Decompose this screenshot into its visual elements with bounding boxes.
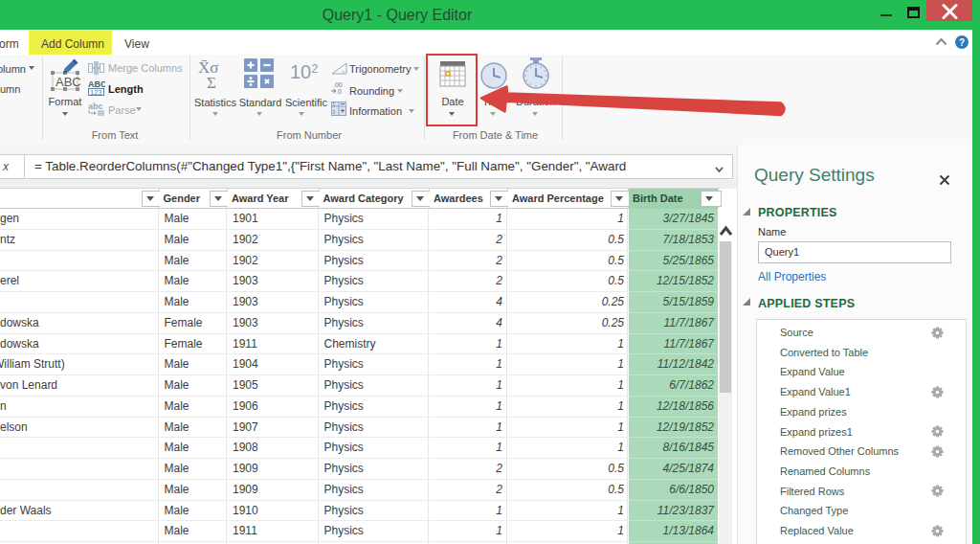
svg-text:?: ? — [959, 37, 965, 48]
svg-text:123: 123 — [90, 88, 102, 96]
svg-text:.0: .0 — [336, 88, 342, 94]
svg-text:Σ: Σ — [207, 74, 216, 90]
svg-text:abc: abc — [88, 102, 103, 111]
svg-text:ABC: ABC — [56, 75, 81, 89]
svg-text:.00: .00 — [333, 81, 343, 88]
